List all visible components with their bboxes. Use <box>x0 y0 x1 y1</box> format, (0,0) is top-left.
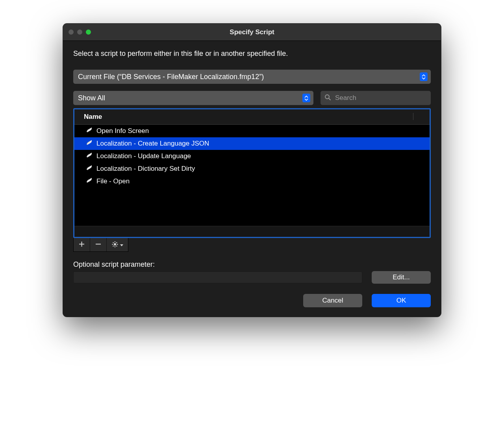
edit-button[interactable]: Edit... <box>372 271 431 284</box>
list-body[interactable]: Open Info Screen Localization - Create L… <box>74 125 430 226</box>
window-title: Specify Script <box>63 28 441 36</box>
param-label: Optional script parameter: <box>73 260 431 269</box>
svg-point-2 <box>114 243 116 246</box>
zoom-window-button[interactable] <box>86 30 91 35</box>
list-footer <box>74 226 430 237</box>
titlebar: Specify Script <box>63 24 441 41</box>
list-toolbar <box>73 238 128 252</box>
script-list: Name Open Info Screen Localization - Cre… <box>73 108 431 238</box>
list-item-label: File - Open <box>96 177 130 185</box>
list-item-label: Localization - Create Language JSON <box>96 140 209 148</box>
script-icon <box>85 177 93 186</box>
chevron-up-down-icon <box>302 94 310 102</box>
script-icon <box>85 164 93 174</box>
script-icon <box>85 126 93 136</box>
instruction-text: Select a script to perform either in thi… <box>73 50 431 58</box>
list-item-label: Localization - Dictionary Set Dirty <box>96 165 195 173</box>
window-controls <box>69 30 91 35</box>
minimize-window-button[interactable] <box>77 30 82 35</box>
plus-icon <box>79 241 85 248</box>
minus-icon <box>95 241 101 248</box>
search-icon <box>324 94 331 102</box>
chevron-up-down-icon <box>420 72 428 81</box>
dialog-window: Specify Script Select a script to perfor… <box>63 24 441 317</box>
list-item-label: Open Info Screen <box>96 127 149 135</box>
file-select-label: Current File (“DB Services - FileMaker L… <box>78 73 420 81</box>
script-icon <box>85 139 93 149</box>
svg-line-9 <box>113 246 113 246</box>
list-item[interactable]: File - Open <box>74 175 430 188</box>
param-input[interactable] <box>73 271 362 283</box>
gear-icon <box>112 241 119 249</box>
dialog-content: Select a script to perform either in thi… <box>63 41 441 317</box>
list-item[interactable]: Open Info Screen <box>74 125 430 137</box>
add-button[interactable] <box>74 238 90 251</box>
chevron-down-icon <box>120 242 123 248</box>
column-name: Name <box>84 113 413 121</box>
list-item-label: Localization - Update Language <box>96 152 191 160</box>
list-item[interactable]: Localization - Create Language JSON <box>74 137 430 150</box>
filter-label: Show All <box>78 94 302 102</box>
filter-popup[interactable]: Show All <box>73 91 313 105</box>
list-item[interactable]: Localization - Update Language <box>74 150 430 162</box>
gear-menu-button[interactable] <box>107 238 128 251</box>
svg-line-10 <box>116 242 117 243</box>
search-field[interactable] <box>321 91 431 105</box>
file-select-popup[interactable]: Current File (“DB Services - FileMaker L… <box>73 70 431 84</box>
script-icon <box>85 151 93 161</box>
cancel-button[interactable]: Cancel <box>303 294 362 307</box>
remove-button[interactable] <box>90 238 107 251</box>
svg-line-8 <box>116 246 117 246</box>
list-item[interactable]: Localization - Dictionary Set Dirty <box>74 162 430 175</box>
close-window-button[interactable] <box>69 30 74 35</box>
svg-line-1 <box>329 98 331 100</box>
column-divider <box>413 113 430 120</box>
ok-button[interactable]: OK <box>372 294 431 307</box>
search-input[interactable] <box>334 94 427 102</box>
list-header[interactable]: Name <box>74 109 430 125</box>
svg-line-7 <box>113 242 113 243</box>
svg-point-0 <box>325 95 329 99</box>
